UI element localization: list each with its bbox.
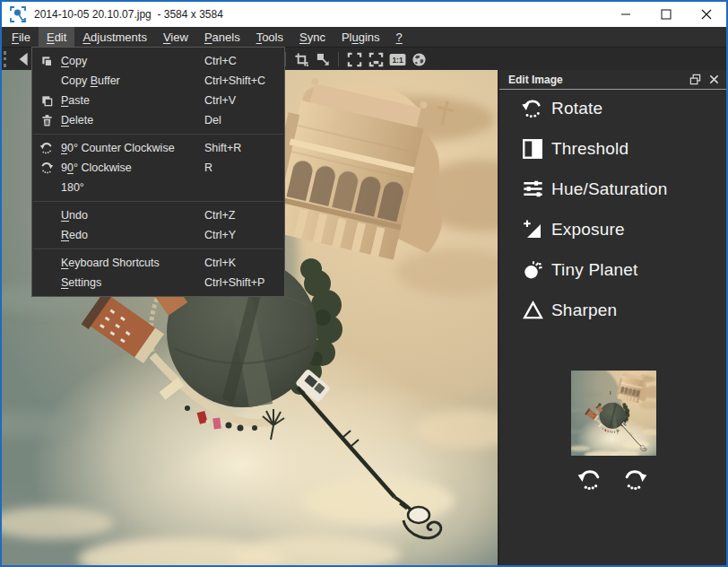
paste-icon [39, 94, 55, 108]
toolbar-separator [338, 52, 339, 66]
menu-item-shortcut: Ctrl+Shift+P [204, 276, 264, 289]
panel-rotate-buttons [498, 465, 726, 495]
menubar-item-tools[interactable]: Tools [248, 27, 291, 47]
menu-item-180[interactable]: 180° [32, 178, 284, 197]
window-title: 2014-10-05 20.10.07.jpg - 3584 x 3584 [34, 8, 223, 21]
panel-header[interactable]: Edit Image [499, 70, 726, 89]
toolbar-grip[interactable] [4, 51, 9, 67]
rotate-cw-button[interactable] [620, 465, 650, 495]
menubar-item-help[interactable]: ? [388, 27, 411, 47]
menu-item-undo[interactable]: UndoCtrl+Z [32, 205, 284, 225]
float-panel-icon[interactable] [689, 74, 701, 85]
menu-item-label: Copy [61, 55, 204, 67]
panel-tool-sharpen[interactable]: Sharpen [498, 290, 726, 330]
panel-tool-tiny-planet[interactable]: Tiny Planet [498, 249, 726, 290]
menu-item-settings[interactable]: SettingsCtrl+Shift+P [32, 273, 284, 292]
menu-item-label: Keyboard Shortcuts [61, 257, 204, 269]
panel-tool-label: Threshold [551, 139, 628, 159]
menu-item-label: Undo [61, 209, 204, 222]
close-panel-icon[interactable] [709, 74, 719, 84]
tiny-planet-icon [519, 257, 546, 284]
toolbar-fill-window-icon[interactable] [365, 49, 386, 69]
toolbar-separator [285, 52, 286, 66]
menu-item-90-clockwise[interactable]: 90° ClockwiseR [32, 158, 284, 178]
delete-icon [39, 114, 55, 127]
edit-menu-dropdown: CopyCtrl+CCopy BufferCtrl+Shift+CPasteCt… [31, 47, 285, 297]
menu-item-label: Paste [61, 94, 204, 107]
menu-item-shortcut: Ctrl+Shift+C [204, 74, 265, 87]
sharpen-icon [519, 297, 546, 324]
menubar-item-plugins[interactable]: Plugins [334, 27, 388, 47]
panel-tools-list: RotateThresholdHue/SaturationExposureTin… [498, 88, 726, 330]
menubar-item-file[interactable]: File [4, 27, 39, 47]
menu-item-shortcut: Ctrl+K [204, 257, 236, 269]
menubar-item-adjustments[interactable]: Adjustments [74, 27, 155, 47]
menu-item-shortcut: Del [204, 114, 221, 126]
panel-tool-rotate[interactable]: Rotate [498, 88, 726, 128]
panel-tool-label: Hue/Saturation [551, 179, 668, 199]
menu-item-shortcut: Ctrl+Z [204, 209, 235, 222]
image-thumbnail[interactable] [571, 371, 656, 456]
menu-item-label: 180° [61, 181, 204, 194]
menu-item-shortcut: Ctrl+Y [204, 229, 236, 241]
panel-tool-label: Rotate [551, 99, 602, 118]
menu-item-label: 90° Clockwise [61, 161, 204, 174]
menubar: FileEditAdjustmentsViewPanelsToolsSyncPl… [2, 27, 726, 47]
panel-tool-label: Tiny Planet [551, 260, 638, 280]
toolbar-actual-size-icon[interactable]: 1:1 [386, 49, 408, 69]
minimize-button[interactable] [605, 2, 646, 27]
titlebar[interactable]: 2014-10-05 20.10.07.jpg - 3584 x 3584 [2, 2, 726, 27]
panel-title: Edit Image [508, 74, 563, 86]
panel-tool-label: Sharpen [551, 301, 617, 320]
menu-item-shortcut: Shift+R [204, 142, 241, 154]
menu-item-paste[interactable]: PasteCtrl+V [32, 91, 284, 110]
threshold-icon [519, 135, 546, 162]
menu-item-shortcut: Ctrl+V [204, 94, 236, 107]
toolbar-resize-icon[interactable] [312, 49, 334, 69]
menubar-item-edit[interactable]: Edit [39, 27, 74, 47]
panel-tool-exposure[interactable]: Exposure [498, 209, 726, 249]
rotate-ccw-icon [39, 141, 55, 155]
menu-item-shortcut: R [204, 161, 212, 174]
menu-item-label: Redo [61, 229, 204, 241]
menu-item-label: Copy Buffer [61, 74, 204, 87]
menu-item-copy-buffer[interactable]: Copy BufferCtrl+Shift+C [32, 71, 284, 91]
panel-tool-threshold[interactable]: Threshold [498, 128, 726, 169]
toolbar-crop-icon[interactable] [290, 49, 312, 69]
app-icon [9, 5, 27, 23]
menu-separator [33, 201, 283, 202]
edit-image-panel: Edit Image RotateThresholdHue/Saturation… [498, 70, 726, 565]
menu-item-label: Settings [61, 276, 204, 289]
menu-item-label: Delete [61, 114, 204, 126]
rotate-tool-icon [519, 95, 546, 122]
copy-icon [39, 55, 55, 68]
toolbar-tiny-planet-globe-icon[interactable] [408, 49, 429, 69]
menubar-item-view[interactable]: View [155, 27, 196, 47]
rotate-cw-icon [39, 161, 55, 175]
menu-item-delete[interactable]: DeleteDel [32, 110, 284, 130]
hue-saturation-icon [519, 176, 546, 203]
menu-separator [33, 249, 283, 249]
panel-header-icons [689, 74, 719, 85]
close-button[interactable] [686, 2, 726, 27]
menu-item-label: 90° Counter Clockwise [61, 142, 204, 154]
menu-item-90-counter-clockwise[interactable]: 90° Counter ClockwiseShift+R [32, 138, 284, 158]
toolbar-fit-window-icon[interactable] [343, 49, 365, 69]
menu-item-redo[interactable]: RedoCtrl+Y [32, 225, 284, 245]
rotate-ccw-button[interactable] [575, 465, 605, 495]
menu-separator [33, 134, 283, 135]
menubar-item-sync[interactable]: Sync [291, 27, 334, 47]
panel-tool-label: Exposure [551, 220, 625, 240]
menu-item-keyboard-shortcuts[interactable]: Keyboard ShortcutsCtrl+K [32, 253, 284, 273]
menubar-item-panels[interactable]: Panels [196, 27, 248, 47]
menu-item-copy[interactable]: CopyCtrl+C [32, 51, 284, 71]
svg-text:1:1: 1:1 [392, 55, 403, 64]
menu-item-shortcut: Ctrl+C [204, 55, 237, 67]
app-window: 2014-10-05 20.10.07.jpg - 3584 x 3584 Fi… [0, 0, 728, 567]
window-controls [605, 2, 726, 27]
maximize-button[interactable] [646, 2, 686, 27]
exposure-icon [519, 216, 546, 243]
panel-tool-hue-saturation[interactable]: Hue/Saturation [498, 169, 726, 209]
